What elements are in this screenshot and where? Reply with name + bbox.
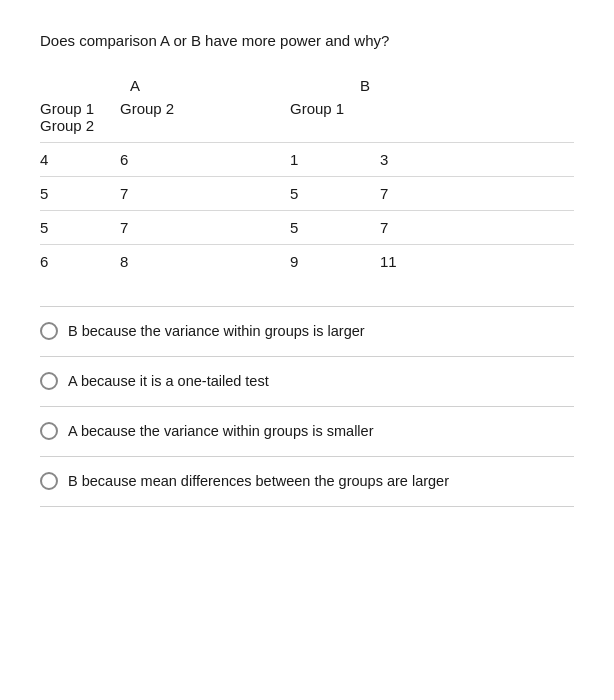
cell-row3-b1: 5 <box>290 219 380 236</box>
comparison-table: A B Group 1 Group 2 Group 1 Group 2 4 6 … <box>40 77 574 278</box>
cell-row3-a2: 7 <box>120 219 210 236</box>
radio-option-1[interactable] <box>40 322 58 340</box>
radio-option-3[interactable] <box>40 422 58 440</box>
question-text: Does comparison A or B have more power a… <box>40 30 574 53</box>
cell-row1-a1: 4 <box>40 151 120 168</box>
col-b-group1-header: Group 1 <box>290 100 380 117</box>
option-1-text: B because the variance within groups is … <box>68 321 365 342</box>
cell-row4-a2: 8 <box>120 253 210 270</box>
cell-row2-b1: 5 <box>290 185 380 202</box>
option-1[interactable]: B because the variance within groups is … <box>40 307 574 357</box>
cell-row3-a1: 5 <box>40 219 120 236</box>
cell-row2-a2: 7 <box>120 185 210 202</box>
data-rows: 4 6 1 3 5 7 5 7 5 7 5 7 6 8 9 11 <box>40 142 574 278</box>
option-2-text: A because it is a one-tailed test <box>68 371 269 392</box>
answer-options: B because the variance within groups is … <box>40 306 574 507</box>
section-b-label: B <box>330 77 420 94</box>
cell-row2-b2: 7 <box>380 185 388 202</box>
table-row: 5 7 5 7 <box>40 210 574 244</box>
table-row: 4 6 1 3 <box>40 142 574 176</box>
option-4[interactable]: B because mean differences between the g… <box>40 457 574 507</box>
cell-row2-a1: 5 <box>40 185 120 202</box>
cell-row3-b2: 7 <box>380 219 388 236</box>
cell-row1-a2: 6 <box>120 151 210 168</box>
radio-option-4[interactable] <box>40 472 58 490</box>
cell-row4-b1: 9 <box>290 253 380 270</box>
cell-row1-b2: 3 <box>380 151 388 168</box>
col-a-group1-header: Group 1 <box>40 100 120 117</box>
cell-row4-a1: 6 <box>40 253 120 270</box>
section-a-label: A <box>120 77 210 94</box>
option-2[interactable]: A because it is a one-tailed test <box>40 357 574 407</box>
option-4-text: B because mean differences between the g… <box>68 471 449 492</box>
group-headers-row: Group 1 Group 2 Group 1 <box>40 100 574 117</box>
section-labels-row: A B <box>40 77 574 100</box>
col-a-group2-header: Group 2 <box>120 100 210 117</box>
table-row: 6 8 9 11 <box>40 244 574 278</box>
cell-row4-b2: 11 <box>380 253 397 270</box>
group2-below-label: Group 2 <box>40 117 574 134</box>
option-3[interactable]: A because the variance within groups is … <box>40 407 574 457</box>
cell-row1-b1: 1 <box>290 151 380 168</box>
table-row: 5 7 5 7 <box>40 176 574 210</box>
question-container: Does comparison A or B have more power a… <box>40 30 574 53</box>
option-3-text: A because the variance within groups is … <box>68 421 373 442</box>
radio-option-2[interactable] <box>40 372 58 390</box>
